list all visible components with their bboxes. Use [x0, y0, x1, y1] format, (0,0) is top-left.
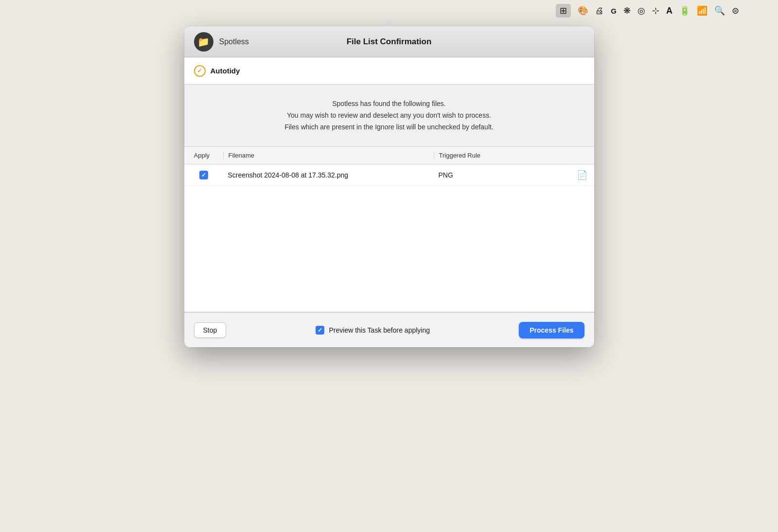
cell-action[interactable]: 📄	[570, 170, 594, 180]
a-icon[interactable]: A	[666, 6, 672, 16]
stop-button[interactable]: Stop	[194, 322, 227, 338]
checkbox-checkmark: ✓	[201, 172, 206, 178]
window-title: File List Confirmation	[347, 37, 432, 47]
popover-arrow	[384, 21, 394, 26]
preview-checkbox-mark: ✓	[318, 327, 322, 334]
cell-rule: PNG	[434, 171, 570, 179]
table-row: ✓ Screenshot 2024-08-08 at 17.35.32.png …	[184, 164, 594, 186]
plus-icon[interactable]: ❋	[623, 5, 631, 16]
preview-checkbox[interactable]: ✓	[316, 326, 324, 335]
file-table: Apply Filename Triggered Rule ✓ Screensh…	[184, 147, 594, 312]
wifi-icon[interactable]: 📶	[697, 5, 707, 16]
cell-filename: Screenshot 2024-08-08 at 17.35.32.png	[223, 171, 434, 179]
col-header-filename: Filename	[223, 152, 434, 159]
preview-label: Preview this Task before applying	[329, 326, 430, 334]
autotidy-label: Autotidy	[211, 67, 240, 75]
active-menu-icon[interactable]: ⊞	[556, 4, 571, 18]
description-line1: Spotless has found the following files.	[332, 100, 445, 107]
menubar: ⊞ 🎨 🖨 G ❋ ◎ ⊹ A 🔋 📶 🔍 ⊜	[0, 0, 778, 21]
app-name: Spotless	[219, 37, 249, 46]
palette-icon[interactable]: 🎨	[578, 5, 588, 16]
preview-section: ✓ Preview this Task before applying	[226, 326, 519, 335]
col-header-apply: Apply	[184, 152, 223, 159]
crosshair-icon[interactable]: ⊹	[652, 5, 659, 16]
table-header: Apply Filename Triggered Rule	[184, 147, 594, 164]
circle-icon[interactable]: ◎	[637, 5, 645, 16]
system-menu-icons: ⊞ 🎨 🖨 G ❋ ◎ ⊹ A 🔋 📶 🔍 ⊜	[556, 4, 739, 18]
description-text: Spotless has found the following files. …	[204, 98, 575, 133]
bottom-bar: Stop ✓ Preview this Task before applying…	[184, 312, 594, 347]
autotidy-row: ✓ Autotidy	[184, 57, 594, 85]
app-icon-glyph: 📁	[197, 36, 210, 48]
autotidy-status-icon: ✓	[194, 65, 206, 77]
cell-apply: ✓	[184, 171, 223, 179]
description-line2: You may wish to review and deselect any …	[287, 111, 491, 119]
grammarly-icon[interactable]: G	[611, 7, 617, 15]
autotidy-checkmark: ✓	[197, 67, 202, 74]
file-action-icon[interactable]: 📄	[577, 170, 587, 180]
dialog-window: 📁 Spotless File List Confirmation ✓ Auto…	[184, 26, 594, 347]
process-files-button[interactable]: Process Files	[519, 322, 584, 338]
print-icon[interactable]: 🖨	[595, 6, 604, 16]
col-header-rule: Triggered Rule	[434, 152, 570, 159]
title-bar: 📁 Spotless File List Confirmation	[184, 26, 594, 57]
control-center-icon[interactable]: ⊜	[732, 5, 739, 16]
description-area: Spotless has found the following files. …	[184, 85, 594, 147]
search-icon[interactable]: 🔍	[714, 5, 725, 16]
battery-icon: 🔋	[679, 5, 690, 16]
row-checkbox[interactable]: ✓	[199, 171, 208, 179]
app-icon: 📁	[194, 32, 213, 52]
description-line3: Files which are present in the Ignore li…	[284, 123, 494, 131]
